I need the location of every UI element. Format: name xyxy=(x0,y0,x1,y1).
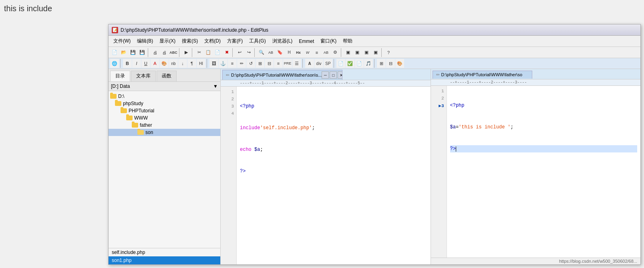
toolbar-grid2[interactable]: ⊟ xyxy=(386,59,395,68)
tree-item-father[interactable]: father xyxy=(109,122,220,129)
toolbar-cut[interactable]: ✂ xyxy=(195,48,203,57)
toolbar-w[interactable]: W xyxy=(303,48,312,57)
toolbar-italic[interactable]: I xyxy=(132,59,141,68)
toolbar-list[interactable]: ≡ xyxy=(312,48,321,57)
toolbar-bold[interactable]: B xyxy=(123,59,132,68)
code-content-left[interactable]: <?php include'self.include.php'; echo $a… xyxy=(237,87,431,264)
toolbar-copy[interactable]: 📋 xyxy=(204,48,213,57)
toolbar-div[interactable]: div xyxy=(314,59,323,68)
toolbar-table3[interactable]: ≡ xyxy=(274,59,283,68)
toolbar-Hx[interactable]: Hx xyxy=(294,48,303,57)
toolbar-table[interactable]: ⊞ xyxy=(256,59,264,68)
toolbar-b2[interactable]: ▣ xyxy=(353,48,362,57)
toolbar-list2[interactable]: ☰ xyxy=(292,59,301,68)
file-self-include[interactable]: self.include.php xyxy=(109,248,220,256)
editor-tab-label-left: D:\phpStudy\PHPTutorial\WWW\father\son\s… xyxy=(231,73,322,77)
toolbar-refresh[interactable]: ↺ xyxy=(246,59,255,68)
menu-bar: 文件(W) 编辑(B) 显示(X) 搜索(S) 文档(D) 方案(F) 工具(G… xyxy=(109,36,640,47)
toolbar-settings[interactable]: ⚙ xyxy=(331,48,340,57)
toolbar-find[interactable]: 🔍 xyxy=(257,48,266,57)
code-area-left[interactable]: 1 2 3 4 <?php include'self.include.php';… xyxy=(221,87,431,264)
toolbar-redo[interactable]: ↪ xyxy=(244,48,253,57)
sep1 xyxy=(148,48,149,57)
main-content: 目录 文本库 函数 [D:] Data ▼ D:\ phpStudy xyxy=(109,69,640,264)
toolbar-print[interactable]: 🖨 xyxy=(151,48,159,57)
toolbar-save-all[interactable]: 💾 xyxy=(138,48,147,57)
sidebar-tab-functions[interactable]: 函数 xyxy=(157,71,177,81)
toolbar-underline[interactable]: U xyxy=(141,59,150,68)
toolbar-delete[interactable]: ✖ xyxy=(222,48,231,57)
tree-item-son[interactable]: son xyxy=(109,129,220,136)
drive-dropdown-icon[interactable]: ▼ xyxy=(213,83,218,89)
toolbar-b3[interactable]: ▣ xyxy=(362,48,371,57)
folder-icon-phptutorial xyxy=(121,108,127,113)
toolbar-pen[interactable]: ✏ xyxy=(237,59,246,68)
menu-tools[interactable]: 工具(G) xyxy=(246,37,269,46)
toolbar-img[interactable]: 🖼 xyxy=(209,59,218,68)
menu-document[interactable]: 文档(D) xyxy=(201,37,224,46)
toolbar-open[interactable]: 📂 xyxy=(119,48,128,57)
toolbar-save[interactable]: 💾 xyxy=(129,48,137,57)
semi-1: ; xyxy=(312,124,315,132)
code-content-right[interactable]: <?php $a='this is include '; ?> xyxy=(447,86,641,258)
toolbar-b1[interactable]: ▣ xyxy=(344,48,352,57)
sidebar-tab-directory[interactable]: 目录 xyxy=(110,71,130,81)
toolbar-replace[interactable]: AB xyxy=(266,48,275,57)
menu-project[interactable]: 方案(F) xyxy=(224,37,246,46)
toolbar-color[interactable]: A xyxy=(151,59,159,68)
toolbar-sp[interactable]: SP xyxy=(324,59,332,68)
toolbar-anchor[interactable]: ⚓ xyxy=(219,59,227,68)
menu-help[interactable]: 帮助 xyxy=(340,37,356,46)
tab-restore-left[interactable]: □ xyxy=(330,71,337,79)
toolbar-hi[interactable]: HI xyxy=(197,59,205,68)
editor-tab-left[interactable]: ✏ D:\phpStudy\PHPTutorial\WWW\father\son… xyxy=(222,70,342,80)
toolbar-b4[interactable]: ▣ xyxy=(371,48,380,57)
toolbar-A-font[interactable]: A xyxy=(305,59,314,68)
tab-close-left[interactable]: ✕ xyxy=(338,71,342,79)
status-text: https://blog.csdn.net/w500_350602/68... xyxy=(559,259,637,264)
toolbar-undo[interactable]: ↩ xyxy=(235,48,244,57)
toolbar-bg-color[interactable]: 🎨 xyxy=(160,59,169,68)
toolbar-spell[interactable]: ABC xyxy=(169,48,178,57)
toolbar-html[interactable]: 📄 xyxy=(355,59,364,68)
toolbar-grid1[interactable]: ⊞ xyxy=(377,59,386,68)
toolbar-paste[interactable]: 📄 xyxy=(213,48,222,57)
toolbar-subscript[interactable]: ↓ xyxy=(178,59,187,68)
tab-minimize-left[interactable]: ─ xyxy=(322,71,329,79)
toolbar-help[interactable]: ? xyxy=(384,48,393,57)
menu-search[interactable]: 搜索(S) xyxy=(179,37,201,46)
semi-r: ; xyxy=(511,124,513,131)
editor-tab-right[interactable]: ✏ D:\phpStudy\PHPTutorial\WWW\father\so xyxy=(433,71,533,79)
toolbar-ab2[interactable]: AB xyxy=(322,48,330,57)
tree-item-d[interactable]: D:\ xyxy=(109,93,220,100)
menu-edit[interactable]: 编辑(B) xyxy=(134,37,156,46)
toolbar-doc[interactable]: 📄 xyxy=(336,59,345,68)
toolbar-nb[interactable]: nb xyxy=(169,59,178,68)
toolbar-music[interactable]: 🎵 xyxy=(364,59,373,68)
toolbar-table2[interactable]: ⊟ xyxy=(265,59,274,68)
menu-browser[interactable]: 浏览器(L) xyxy=(269,37,296,46)
toolbar-para[interactable]: ¶ xyxy=(187,59,196,68)
tree-item-phpstudy[interactable]: phpStudy xyxy=(109,100,220,107)
toolbar-globe[interactable]: 🌐 xyxy=(110,59,119,68)
sidebar-tab-text[interactable]: 文本库 xyxy=(131,71,156,81)
menu-view[interactable]: 显示(X) xyxy=(156,37,179,46)
toolbar-print2[interactable]: 🖨 xyxy=(160,48,169,57)
toolbar-color2[interactable]: 🎨 xyxy=(395,59,404,68)
toolbar-align-l[interactable]: ≡ xyxy=(228,59,237,68)
semi-2: ; xyxy=(260,146,263,153)
line-num-r2: 2 xyxy=(431,95,447,102)
code-area-right[interactable]: 1 2 ▶3 <?php $a='this is include '; ?> xyxy=(431,86,641,258)
tree-item-phptutorial[interactable]: PHPTutorial xyxy=(109,107,220,114)
toolbar-right[interactable]: ▶ xyxy=(182,48,191,57)
toolbar-new[interactable]: 📄 xyxy=(110,48,119,57)
toolbar-check[interactable]: ✅ xyxy=(346,59,354,68)
menu-file[interactable]: 文件(W) xyxy=(110,37,134,46)
tree-item-www[interactable]: WWW xyxy=(109,114,220,122)
toolbar-pre[interactable]: PRE xyxy=(283,59,292,68)
toolbar-indent[interactable]: H xyxy=(285,48,294,57)
file-son1[interactable]: son1.php xyxy=(109,256,220,264)
menu-window[interactable]: 窗口(K) xyxy=(317,37,340,46)
toolbar-bookmark[interactable]: 🔖 xyxy=(276,48,284,57)
menu-emmet[interactable]: Emmet xyxy=(296,37,317,45)
